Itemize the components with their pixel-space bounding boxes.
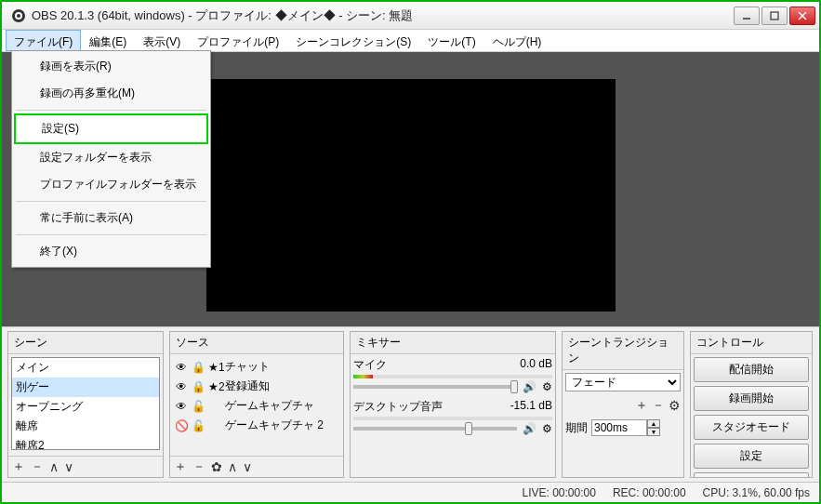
status-live: LIVE: 00:00:00 [522,486,595,499]
mixer-volume-slider[interactable] [353,385,517,389]
svg-rect-4 [771,12,778,20]
gear-icon[interactable]: ⚙ [542,380,552,393]
maximize-button[interactable] [761,7,788,25]
mixer-title: ミキサー [351,332,555,354]
svg-point-2 [17,14,20,18]
titlebar: OBS 20.1.3 (64bit, windows) - プロファイル: ◆メ… [2,2,819,30]
transition-panel: シーントランジション フェード ＋ － ⚙ 期間 ▲▼ [562,331,684,478]
controls-panel: コントロール 配信開始 録画開始 スタジオモード 設定 終了 [690,331,813,478]
status-rec: REC: 00:00:00 [613,486,686,499]
mixer-meter [353,417,552,420]
menu-tools[interactable]: ツール(T) [419,30,483,51]
transition-add-button[interactable]: ＋ [635,397,648,414]
scene-item[interactable]: 別ゲー [12,378,159,397]
preview-canvas [206,79,616,312]
menu-profile[interactable]: プロファイル(P) [189,30,287,51]
status-cpu: CPU: 3.1%, 60.00 fps [703,486,810,499]
close-button[interactable] [789,7,815,25]
transition-remove-button[interactable]: － [652,397,665,414]
file-menu-remux[interactable]: 録画の再多重化(M) [14,80,208,107]
start-recording-button[interactable]: 録画開始 [694,386,809,411]
speaker-icon[interactable]: 🔊 [523,422,536,435]
menu-file[interactable]: ファイル(F) [6,30,81,51]
mixer-panel: ミキサー マイク 0.0 dB 🔊 ⚙ デスクトップ [350,331,556,478]
source-name: チャット [225,359,270,375]
source-row[interactable]: 👁 🔒 ★2 登録通知 [173,377,340,396]
transition-duration-input[interactable] [591,419,647,436]
spin-up[interactable]: ▲ [647,419,660,428]
file-menu-settings[interactable]: 設定(S) [14,113,208,144]
obs-main-window: OBS 20.1.3 (64bit, windows) - プロファイル: ◆メ… [0,0,821,504]
lock-icon[interactable]: 🔒 [192,380,205,393]
scene-item[interactable]: メイン [12,358,159,378]
studio-mode-button[interactable]: スタジオモード [694,415,809,440]
source-down-button[interactable]: ∨ [243,459,252,474]
star-icon: ★1 [208,361,221,374]
bottom-panels: シーン メイン 別ゲー オープニング 離席 離席2 ＋ － ∧ ∨ ソース [2,326,819,482]
mixer-channel-desktop: デスクトップ音声 -15.1 dB 🔊 ⚙ [353,399,552,435]
controls-title: コントロール [691,332,812,354]
scene-add-button[interactable]: ＋ [12,458,25,475]
file-menu-always-on-top[interactable]: 常に手前に表示(A) [14,205,208,232]
menu-edit[interactable]: 編集(E) [81,30,135,51]
exit-button[interactable]: 終了 [694,472,809,477]
transition-duration-spinner[interactable]: ▲▼ [591,419,660,436]
menu-scene-collection[interactable]: シーンコレクション(S) [287,30,419,51]
mixer-label: マイク [353,357,387,373]
visibility-icon[interactable]: 👁 [175,361,188,374]
source-row[interactable]: 👁 🔒 ★1 チャット [173,357,340,377]
source-up-button[interactable]: ∧ [228,459,237,474]
scenes-panel: シーン メイン 別ゲー オープニング 離席 離席2 ＋ － ∧ ∨ [7,331,164,478]
source-settings-button[interactable]: ✿ [211,459,222,474]
scene-item[interactable]: オープニング [12,397,159,417]
minimize-button[interactable] [734,7,760,25]
menu-help[interactable]: ヘルプ(H) [484,30,550,51]
menu-separator [16,110,206,111]
file-menu-show-profile-folder[interactable]: プロファイルフォルダーを表示 [14,171,208,198]
file-menu-exit[interactable]: 終了(X) [14,238,208,265]
file-menu-show-settings-folder[interactable]: 設定フォルダーを表示 [14,144,208,171]
source-name: ゲームキャプチャ [225,398,314,414]
scene-down-button[interactable]: ∨ [64,459,73,474]
source-name: 登録通知 [225,378,270,394]
source-remove-button[interactable]: － [192,458,205,475]
sources-panel: ソース 👁 🔒 ★1 チャット 👁 🔒 ★2 登録通知 👁 🔓 [169,331,344,478]
scene-item[interactable]: 離席2 [12,436,159,450]
scenes-list[interactable]: メイン 別ゲー オープニング 離席 離席2 [11,357,160,450]
sources-title: ソース [170,332,343,354]
file-menu-show-recordings[interactable]: 録画を表示(R) [14,53,208,80]
star-icon: ★2 [208,380,221,393]
transition-select[interactable]: フェード [565,373,681,391]
menu-view[interactable]: 表示(V) [135,30,189,51]
speaker-icon[interactable]: 🔊 [523,380,536,393]
gear-icon[interactable]: ⚙ [542,422,552,435]
source-row[interactable]: 👁 🔓 ゲームキャプチャ [173,396,340,416]
window-title: OBS 20.1.3 (64bit, windows) - プロファイル: ◆メ… [32,7,734,24]
visibility-icon[interactable]: 👁 [175,400,188,413]
source-add-button[interactable]: ＋ [174,458,187,475]
mixer-db: -15.1 dB [510,399,552,415]
scene-up-button[interactable]: ∧ [49,459,59,474]
statusbar: LIVE: 00:00:00 REC: 00:00:00 CPU: 3.1%, … [2,482,819,502]
mixer-volume-slider[interactable] [353,427,517,431]
transition-title: シーントランジション [563,332,683,370]
settings-button[interactable]: 設定 [694,444,809,469]
visibility-icon[interactable]: 🚫 [175,419,188,432]
spin-down[interactable]: ▼ [647,428,660,436]
start-streaming-button[interactable]: 配信開始 [694,357,809,382]
scene-item[interactable]: 離席 [12,417,159,436]
source-row[interactable]: 🚫 🔓 ゲームキャプチャ 2 [173,416,340,435]
menubar: ファイル(F) 編集(E) 表示(V) プロファイル(P) シーンコレクション(… [2,30,819,52]
transition-settings-button[interactable]: ⚙ [669,398,681,413]
lock-icon[interactable]: 🔓 [192,419,205,432]
lock-icon[interactable]: 🔓 [192,400,205,413]
sources-list[interactable]: 👁 🔒 ★1 チャット 👁 🔒 ★2 登録通知 👁 🔓 ゲームキャプチャ [170,354,343,456]
mixer-channel-mic: マイク 0.0 dB 🔊 ⚙ [353,357,552,393]
mixer-db: 0.0 dB [520,357,552,373]
scenes-title: シーン [8,332,163,354]
obs-icon [11,8,26,23]
lock-icon[interactable]: 🔒 [192,361,205,374]
menu-separator [16,201,206,202]
scene-remove-button[interactable]: － [31,458,44,475]
visibility-icon[interactable]: 👁 [175,380,188,393]
